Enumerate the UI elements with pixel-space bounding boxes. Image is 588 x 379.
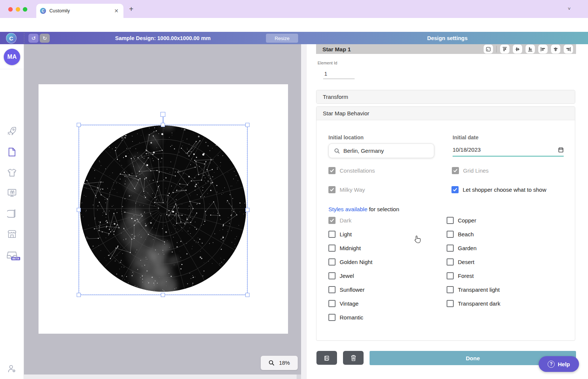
- toggle-grid-lines[interactable]: Grid Lines: [452, 167, 489, 174]
- behavior-section-header[interactable]: Star Map Behavior: [316, 107, 575, 120]
- align-left-button[interactable]: [538, 45, 548, 54]
- style-checkbox-transparent-light[interactable]: Transparent light: [447, 286, 500, 293]
- checkbox[interactable]: [451, 186, 459, 193]
- checkbox[interactable]: [328, 286, 336, 293]
- toggle-milky-way[interactable]: Milky Way: [328, 186, 365, 193]
- checkbox[interactable]: [328, 217, 336, 224]
- style-checkbox-transparent-dark[interactable]: Transparent dark: [447, 300, 500, 307]
- selection-box[interactable]: [79, 125, 248, 295]
- checkbox[interactable]: [328, 314, 336, 321]
- align-right-button[interactable]: [564, 45, 573, 54]
- checkbox[interactable]: [447, 272, 454, 279]
- toggle-constellations[interactable]: Constellations: [328, 167, 375, 174]
- date-value: 10/18/2023: [453, 146, 558, 153]
- design-settings-panel: Star Map 1 Eleme: [307, 44, 588, 379]
- selection-handle-se[interactable]: [245, 293, 249, 297]
- customily-logo: C: [6, 33, 16, 43]
- calendar-icon[interactable]: [558, 147, 564, 153]
- style-checkbox-garden[interactable]: Garden: [447, 245, 500, 252]
- checkbox[interactable]: [447, 300, 454, 307]
- horizontal-scrollbar[interactable]: [24, 375, 301, 379]
- browser-tab[interactable]: C Customily ✕: [36, 4, 123, 18]
- sidebar-item-account[interactable]: [0, 361, 24, 377]
- date-input[interactable]: 10/18/2023: [453, 143, 564, 157]
- design-settings-title: Design settings: [307, 32, 588, 44]
- selection-handle-nw[interactable]: [77, 123, 81, 127]
- style-checkbox-light[interactable]: Light: [328, 231, 373, 238]
- styles-available-link[interactable]: Styles available: [328, 206, 367, 212]
- magnifier-icon: [269, 360, 275, 366]
- checkbox[interactable]: [328, 272, 336, 279]
- checkbox-label: Forest: [458, 272, 474, 279]
- delete-element-button[interactable]: [343, 351, 364, 365]
- selection-handle-e[interactable]: [245, 208, 249, 212]
- style-checkbox-jewel[interactable]: Jewel: [328, 272, 373, 279]
- chevron-down-icon[interactable]: ˅: [568, 6, 571, 12]
- checkbox[interactable]: [447, 245, 454, 252]
- sidebar-item-mockups[interactable]: [0, 185, 24, 201]
- style-checkbox-midnight[interactable]: Midnight: [328, 245, 373, 252]
- align-bottom-button[interactable]: [526, 45, 535, 54]
- checkbox[interactable]: [328, 167, 336, 174]
- selection-handle-ne[interactable]: [245, 123, 249, 127]
- align-middle-button[interactable]: [513, 45, 522, 54]
- sidebar-item-products[interactable]: [0, 164, 24, 181]
- style-checkbox-forest[interactable]: Forest: [447, 272, 500, 279]
- checkbox[interactable]: [447, 258, 454, 266]
- element-id-input[interactable]: [323, 69, 355, 79]
- selection-handle-n[interactable]: [161, 123, 165, 127]
- checkbox-label: Copper: [458, 217, 476, 224]
- checkbox[interactable]: [328, 186, 336, 193]
- checkbox[interactable]: [328, 258, 336, 266]
- sidebar-item-store[interactable]: [0, 226, 24, 243]
- style-checkbox-sunflower[interactable]: Sunflower: [328, 286, 373, 293]
- checkbox-label: Midnight: [340, 245, 361, 252]
- checkbox[interactable]: [447, 217, 454, 224]
- style-checkbox-copper[interactable]: Copper: [447, 217, 500, 224]
- sidebar-item-library[interactable]: [0, 206, 24, 222]
- transform-section[interactable]: Transform: [316, 90, 575, 104]
- selection-handle-sw[interactable]: [77, 293, 81, 297]
- design-canvas[interactable]: 18%: [24, 44, 301, 379]
- checkbox-label: Desert: [458, 258, 474, 266]
- align-top-button[interactable]: [500, 45, 509, 54]
- align-center-button[interactable]: [551, 45, 560, 54]
- checkbox[interactable]: [328, 245, 336, 252]
- style-checkbox-golden-night[interactable]: Golden Night: [328, 258, 373, 266]
- style-checkbox-vintage[interactable]: Vintage: [328, 300, 373, 307]
- checkbox[interactable]: [447, 231, 454, 238]
- rotation-handle[interactable]: [160, 112, 165, 117]
- location-search-input[interactable]: Berlin, Germany: [328, 143, 434, 158]
- element-id-label: Element Id: [318, 61, 337, 65]
- help-button[interactable]: ? Help: [539, 356, 579, 372]
- checkbox-label: Sunflower: [340, 286, 365, 293]
- toggle-let-shopper-choose-what-to-show[interactable]: Let shopper choose what to show: [451, 186, 546, 193]
- style-checkbox-beach[interactable]: Beach: [447, 231, 500, 238]
- sidebar-item-designs[interactable]: [0, 144, 24, 160]
- vertical-scrollbar[interactable]: [301, 44, 307, 379]
- selection-handle-s[interactable]: [161, 293, 165, 297]
- sidebar-item-launch[interactable]: [0, 123, 24, 139]
- style-checkbox-desert[interactable]: Desert: [447, 258, 500, 266]
- maximize-window-button[interactable]: [23, 7, 27, 12]
- style-checkbox-dark[interactable]: Dark: [328, 217, 373, 224]
- selection-handle-w[interactable]: [77, 208, 81, 212]
- resize-button[interactable]: Resize: [266, 34, 298, 43]
- checkbox[interactable]: [328, 300, 336, 307]
- position-frame-button[interactable]: [484, 45, 493, 54]
- close-window-button[interactable]: [8, 7, 13, 12]
- zoom-indicator[interactable]: 18%: [261, 356, 298, 370]
- checkbox[interactable]: [452, 167, 459, 174]
- close-tab-icon[interactable]: ✕: [113, 8, 120, 14]
- checkbox-label: Constellations: [340, 167, 375, 174]
- sidebar-item-inbox-beta[interactable]: BETA: [0, 247, 24, 263]
- mouse-cursor-hand: [413, 235, 421, 244]
- checkbox[interactable]: [447, 286, 454, 293]
- duplicate-element-button[interactable]: [316, 351, 337, 365]
- style-checkbox-romantic[interactable]: Romantic: [328, 314, 373, 321]
- new-tab-button[interactable]: +: [129, 5, 134, 13]
- sidebar-divider: [0, 69, 24, 69]
- user-avatar[interactable]: MA: [4, 49, 20, 65]
- minimize-window-button[interactable]: [16, 7, 20, 12]
- checkbox[interactable]: [328, 231, 336, 238]
